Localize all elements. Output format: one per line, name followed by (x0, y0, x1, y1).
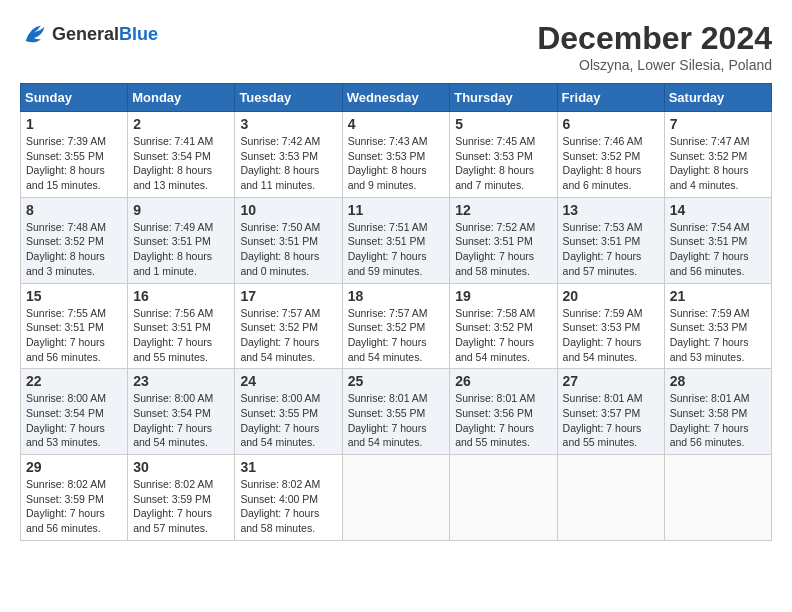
day-info: Sunrise: 7:46 AMSunset: 3:52 PMDaylight:… (563, 134, 659, 193)
day-number: 7 (670, 116, 766, 132)
calendar-cell: 30Sunrise: 8:02 AMSunset: 3:59 PMDayligh… (128, 455, 235, 541)
title-block: December 2024 Olszyna, Lower Silesia, Po… (537, 20, 772, 73)
day-number: 5 (455, 116, 551, 132)
calendar-cell: 25Sunrise: 8:01 AMSunset: 3:55 PMDayligh… (342, 369, 450, 455)
day-info: Sunrise: 7:42 AMSunset: 3:53 PMDaylight:… (240, 134, 336, 193)
calendar-cell: 5Sunrise: 7:45 AMSunset: 3:53 PMDaylight… (450, 112, 557, 198)
calendar-cell: 26Sunrise: 8:01 AMSunset: 3:56 PMDayligh… (450, 369, 557, 455)
calendar-cell: 22Sunrise: 8:00 AMSunset: 3:54 PMDayligh… (21, 369, 128, 455)
calendar-cell: 27Sunrise: 8:01 AMSunset: 3:57 PMDayligh… (557, 369, 664, 455)
day-info: Sunrise: 8:00 AMSunset: 3:54 PMDaylight:… (26, 391, 122, 450)
day-info: Sunrise: 8:02 AMSunset: 4:00 PMDaylight:… (240, 477, 336, 536)
calendar-week-row: 22Sunrise: 8:00 AMSunset: 3:54 PMDayligh… (21, 369, 772, 455)
day-info: Sunrise: 8:00 AMSunset: 3:54 PMDaylight:… (133, 391, 229, 450)
weekday-header-friday: Friday (557, 84, 664, 112)
day-info: Sunrise: 7:49 AMSunset: 3:51 PMDaylight:… (133, 220, 229, 279)
calendar-cell: 19Sunrise: 7:58 AMSunset: 3:52 PMDayligh… (450, 283, 557, 369)
calendar-week-row: 15Sunrise: 7:55 AMSunset: 3:51 PMDayligh… (21, 283, 772, 369)
calendar-cell (557, 455, 664, 541)
day-number: 4 (348, 116, 445, 132)
day-number: 25 (348, 373, 445, 389)
weekday-header-tuesday: Tuesday (235, 84, 342, 112)
weekday-header-thursday: Thursday (450, 84, 557, 112)
calendar-cell: 24Sunrise: 8:00 AMSunset: 3:55 PMDayligh… (235, 369, 342, 455)
calendar-cell: 4Sunrise: 7:43 AMSunset: 3:53 PMDaylight… (342, 112, 450, 198)
day-info: Sunrise: 8:01 AMSunset: 3:55 PMDaylight:… (348, 391, 445, 450)
day-info: Sunrise: 8:02 AMSunset: 3:59 PMDaylight:… (26, 477, 122, 536)
calendar-cell (342, 455, 450, 541)
day-number: 26 (455, 373, 551, 389)
day-number: 28 (670, 373, 766, 389)
calendar-cell: 8Sunrise: 7:48 AMSunset: 3:52 PMDaylight… (21, 197, 128, 283)
day-number: 29 (26, 459, 122, 475)
location-subtitle: Olszyna, Lower Silesia, Poland (537, 57, 772, 73)
calendar-cell: 1Sunrise: 7:39 AMSunset: 3:55 PMDaylight… (21, 112, 128, 198)
calendar-table: SundayMondayTuesdayWednesdayThursdayFrid… (20, 83, 772, 541)
day-info: Sunrise: 8:01 AMSunset: 3:56 PMDaylight:… (455, 391, 551, 450)
day-number: 18 (348, 288, 445, 304)
day-info: Sunrise: 7:39 AMSunset: 3:55 PMDaylight:… (26, 134, 122, 193)
day-number: 17 (240, 288, 336, 304)
day-number: 31 (240, 459, 336, 475)
day-number: 23 (133, 373, 229, 389)
day-number: 1 (26, 116, 122, 132)
calendar-cell: 15Sunrise: 7:55 AMSunset: 3:51 PMDayligh… (21, 283, 128, 369)
day-number: 16 (133, 288, 229, 304)
day-info: Sunrise: 8:00 AMSunset: 3:55 PMDaylight:… (240, 391, 336, 450)
day-info: Sunrise: 7:48 AMSunset: 3:52 PMDaylight:… (26, 220, 122, 279)
calendar-cell: 13Sunrise: 7:53 AMSunset: 3:51 PMDayligh… (557, 197, 664, 283)
calendar-cell: 14Sunrise: 7:54 AMSunset: 3:51 PMDayligh… (664, 197, 771, 283)
day-info: Sunrise: 7:53 AMSunset: 3:51 PMDaylight:… (563, 220, 659, 279)
day-number: 24 (240, 373, 336, 389)
calendar-cell: 7Sunrise: 7:47 AMSunset: 3:52 PMDaylight… (664, 112, 771, 198)
day-number: 11 (348, 202, 445, 218)
day-info: Sunrise: 7:55 AMSunset: 3:51 PMDaylight:… (26, 306, 122, 365)
weekday-header-row: SundayMondayTuesdayWednesdayThursdayFrid… (21, 84, 772, 112)
day-number: 21 (670, 288, 766, 304)
day-info: Sunrise: 7:47 AMSunset: 3:52 PMDaylight:… (670, 134, 766, 193)
day-info: Sunrise: 7:57 AMSunset: 3:52 PMDaylight:… (348, 306, 445, 365)
day-info: Sunrise: 8:02 AMSunset: 3:59 PMDaylight:… (133, 477, 229, 536)
day-info: Sunrise: 7:43 AMSunset: 3:53 PMDaylight:… (348, 134, 445, 193)
calendar-cell: 11Sunrise: 7:51 AMSunset: 3:51 PMDayligh… (342, 197, 450, 283)
day-info: Sunrise: 7:54 AMSunset: 3:51 PMDaylight:… (670, 220, 766, 279)
calendar-cell: 28Sunrise: 8:01 AMSunset: 3:58 PMDayligh… (664, 369, 771, 455)
calendar-cell: 16Sunrise: 7:56 AMSunset: 3:51 PMDayligh… (128, 283, 235, 369)
calendar-cell: 29Sunrise: 8:02 AMSunset: 3:59 PMDayligh… (21, 455, 128, 541)
weekday-header-monday: Monday (128, 84, 235, 112)
calendar-cell: 31Sunrise: 8:02 AMSunset: 4:00 PMDayligh… (235, 455, 342, 541)
calendar-cell: 20Sunrise: 7:59 AMSunset: 3:53 PMDayligh… (557, 283, 664, 369)
calendar-cell: 9Sunrise: 7:49 AMSunset: 3:51 PMDaylight… (128, 197, 235, 283)
calendar-cell: 2Sunrise: 7:41 AMSunset: 3:54 PMDaylight… (128, 112, 235, 198)
day-number: 12 (455, 202, 551, 218)
day-number: 9 (133, 202, 229, 218)
calendar-cell (664, 455, 771, 541)
day-number: 22 (26, 373, 122, 389)
day-number: 15 (26, 288, 122, 304)
day-number: 14 (670, 202, 766, 218)
weekday-header-wednesday: Wednesday (342, 84, 450, 112)
logo: GeneralBlue (20, 20, 158, 48)
logo-icon (20, 20, 48, 48)
calendar-cell: 17Sunrise: 7:57 AMSunset: 3:52 PMDayligh… (235, 283, 342, 369)
day-number: 6 (563, 116, 659, 132)
day-info: Sunrise: 7:59 AMSunset: 3:53 PMDaylight:… (563, 306, 659, 365)
day-number: 27 (563, 373, 659, 389)
day-number: 3 (240, 116, 336, 132)
calendar-week-row: 8Sunrise: 7:48 AMSunset: 3:52 PMDaylight… (21, 197, 772, 283)
day-info: Sunrise: 7:59 AMSunset: 3:53 PMDaylight:… (670, 306, 766, 365)
calendar-cell: 21Sunrise: 7:59 AMSunset: 3:53 PMDayligh… (664, 283, 771, 369)
calendar-cell: 3Sunrise: 7:42 AMSunset: 3:53 PMDaylight… (235, 112, 342, 198)
day-number: 10 (240, 202, 336, 218)
calendar-cell (450, 455, 557, 541)
day-info: Sunrise: 8:01 AMSunset: 3:58 PMDaylight:… (670, 391, 766, 450)
day-number: 2 (133, 116, 229, 132)
day-number: 19 (455, 288, 551, 304)
calendar-week-row: 29Sunrise: 8:02 AMSunset: 3:59 PMDayligh… (21, 455, 772, 541)
day-info: Sunrise: 7:58 AMSunset: 3:52 PMDaylight:… (455, 306, 551, 365)
day-info: Sunrise: 7:52 AMSunset: 3:51 PMDaylight:… (455, 220, 551, 279)
day-number: 30 (133, 459, 229, 475)
month-title: December 2024 (537, 20, 772, 57)
calendar-cell: 18Sunrise: 7:57 AMSunset: 3:52 PMDayligh… (342, 283, 450, 369)
day-info: Sunrise: 8:01 AMSunset: 3:57 PMDaylight:… (563, 391, 659, 450)
